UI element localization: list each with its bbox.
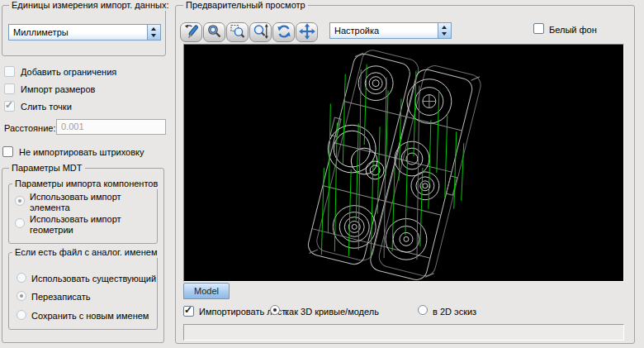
add-constraints-label: Добавить ограничения [21,66,116,78]
use-existing-label: Использовать существующий [31,273,156,284]
zoom-button[interactable] [203,22,225,42]
merge-points-label: Слить точки [21,101,72,112]
preview-settings-combo[interactable]: Настройка [329,22,452,39]
distance-label: Расстояние: [4,122,55,134]
distance-field: 0.001 [56,119,166,135]
to-2d-sketch-radio[interactable] [418,305,428,315]
use-geometry-import-radio [15,218,25,228]
rotate-view-icon [183,23,200,41]
import-options-dialog: Единицы измерения импорт. данных: Миллим… [0,0,644,348]
preview-settings-combo-value: Настройка [330,23,438,38]
white-background-label: Белый фон [549,24,597,36]
radio-dot-icon [18,199,21,203]
same-name-title: Если есть файл с аналог. именем [12,246,159,258]
import-sheet-checkbox[interactable]: ✓ [183,306,194,317]
import-dimensions-checkbox [4,83,15,94]
use-geometry-import-label: Использовать импорт геометрии [30,214,147,236]
component-import-title: Параметры импорта компонентов [12,178,160,189]
radio-dot-icon [273,308,277,312]
checkmark-icon: ✓ [184,304,192,316]
pan-icon [299,23,315,41]
add-constraints-checkbox [4,66,15,77]
to-2d-sketch-label: в 2D эскиз [433,306,476,317]
mdt-group-title: Параметры MDT [9,162,85,174]
use-feature-import-radio [15,196,25,206]
zoom-window-button[interactable] [226,22,249,42]
spinner-updown-icon[interactable] [147,25,160,40]
save-new-name-radio [17,310,26,320]
zoom-window-icon [230,23,246,41]
refresh-icon [276,23,292,41]
merge-points-checkbox: ✓ [4,101,15,112]
radio-dot-icon [20,294,23,298]
use-feature-import-label: Использовать импорт элемента [30,192,147,213]
spinner-updown-icon[interactable] [438,23,451,38]
no-hatch-label: Не импортировать штриховку [19,146,144,158]
overwrite-radio [17,291,26,301]
refresh-button[interactable] [272,22,295,42]
save-new-name-label: Сохранить с новым именем [31,310,149,322]
preview-viewport[interactable] [183,44,624,282]
zoom-updown-button[interactable] [249,22,272,42]
units-group-title: Единицы измерения импорт. данных: [9,0,171,11]
zoom-updown-icon [253,23,269,41]
use-existing-radio [17,273,26,283]
units-combo-value: Миллиметры [9,25,147,40]
preview-group-title: Предварительный просмотр [183,0,308,11]
as-3d-curves-radio[interactable] [270,305,280,315]
as-3d-curves-label: как 3D кривые/модель [285,306,379,317]
white-background-checkbox[interactable] [533,23,544,34]
import-dimensions-label: Импорт размеров [21,83,95,95]
rotate-view-button[interactable] [180,22,202,42]
checkmark-icon: ✓ [5,99,13,111]
overwrite-label: Перезаписать [31,291,90,303]
progress-bar [183,324,624,341]
pan-button[interactable] [296,22,318,42]
wireframe-model-image [184,273,623,283]
zoom-icon [206,23,223,41]
no-hatch-checkbox[interactable] [2,146,13,157]
units-combo[interactable]: Миллиметры [8,24,161,41]
model-tab[interactable]: Model [183,283,230,299]
